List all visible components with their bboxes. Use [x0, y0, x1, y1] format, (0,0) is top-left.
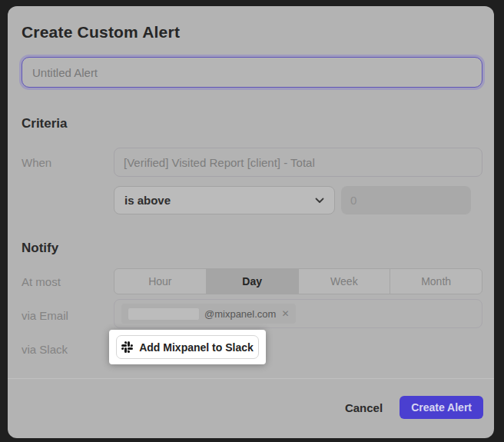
create-custom-alert-dialog: Create Custom Alert Criteria When [Verif… — [8, 6, 494, 438]
metric-value: [Verified] Visited Report [client] - Tot… — [124, 156, 315, 169]
slack-button-spotlight: Add Mixpanel to Slack — [109, 330, 266, 364]
frequency-segmented-control: Hour Day Week Month — [114, 268, 482, 294]
slack-icon — [121, 341, 133, 353]
frequency-option-hour[interactable]: Hour — [114, 269, 206, 294]
operator-value: is above — [124, 194, 171, 207]
email-recipients-input[interactable]: @mixpanel.com ✕ — [114, 299, 482, 328]
via-slack-label: via Slack — [22, 343, 68, 356]
dialog-title: Create Custom Alert — [22, 23, 180, 42]
criteria-heading: Criteria — [22, 116, 68, 131]
email-chip-domain: @mixpanel.com — [204, 308, 276, 320]
when-label: When — [22, 156, 51, 169]
email-chip: @mixpanel.com ✕ — [121, 304, 296, 324]
frequency-option-month[interactable]: Month — [390, 269, 482, 294]
slack-button-label: Add Mixpanel to Slack — [139, 341, 254, 354]
frequency-option-day[interactable]: Day — [206, 269, 298, 294]
dialog-footer: Cancel Create Alert — [345, 396, 483, 419]
frequency-option-week[interactable]: Week — [298, 269, 390, 294]
cancel-button[interactable]: Cancel — [345, 401, 383, 414]
footer-divider — [8, 378, 494, 379]
metric-select-input[interactable]: [Verified] Visited Report [client] - Tot… — [114, 148, 482, 177]
create-alert-button[interactable]: Create Alert — [400, 396, 483, 419]
at-most-label: At most — [22, 275, 61, 288]
notify-heading: Notify — [22, 241, 58, 256]
chevron-down-icon — [315, 198, 324, 204]
via-email-label: via Email — [22, 309, 68, 322]
x-icon[interactable]: ✕ — [281, 308, 289, 319]
alert-name-input[interactable] — [22, 57, 482, 88]
operator-select[interactable]: is above — [114, 186, 335, 214]
threshold-input[interactable]: 0 — [341, 186, 471, 214]
add-mixpanel-to-slack-button[interactable]: Add Mixpanel to Slack — [116, 335, 259, 359]
redacted-email-name — [128, 308, 199, 320]
threshold-value: 0 — [350, 194, 356, 207]
